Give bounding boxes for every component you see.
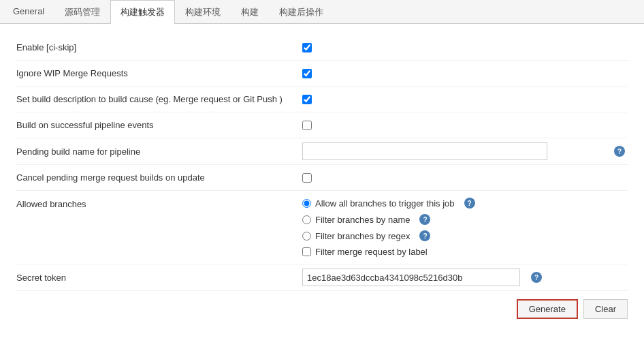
tab-source-mgmt[interactable]: 源码管理 <box>54 0 110 24</box>
tab-build-triggers[interactable]: 构建触发器 <box>110 0 175 24</box>
checkbox-pipeline-events[interactable] <box>302 121 312 130</box>
label-secret-token: Secret token <box>16 273 302 283</box>
row-wip-merge: Ignore WIP Merge Requests <box>16 61 628 87</box>
radio-filter-regex[interactable] <box>302 232 311 241</box>
row-cancel-pending: Cancel pending merge request builds on u… <box>16 165 628 191</box>
label-pending-build-name: Pending build name for pipeline <box>16 147 302 157</box>
checkbox-ci-skip[interactable] <box>302 43 312 52</box>
row-ci-skip: Enable [ci-skip] <box>16 35 628 61</box>
row-pipeline-events: Build on successful pipeline events <box>16 112 628 138</box>
control-ci-skip <box>302 43 628 52</box>
help-icon-secret-token[interactable]: ? <box>531 272 542 283</box>
row-pending-build-name: Pending build name for pipeline ? <box>16 138 628 165</box>
control-cancel-pending <box>302 173 628 183</box>
radio-allow-all[interactable] <box>302 199 311 208</box>
branch-option-filter-name: Filter branches by name ? <box>302 214 475 225</box>
help-icon-pending-build-name[interactable]: ? <box>614 146 625 157</box>
tab-post-build[interactable]: 构建后操作 <box>269 0 334 24</box>
radio-filter-name[interactable] <box>302 215 311 224</box>
branch-option-filter-label: Filter merge request by label <box>302 247 475 257</box>
input-pending-build-name[interactable] <box>302 142 547 160</box>
tab-general[interactable]: General <box>3 0 54 24</box>
tab-build[interactable]: 构建 <box>231 0 269 24</box>
checkbox-build-desc[interactable] <box>302 95 312 104</box>
branch-option-allow-all: Allow all branches to trigger this job ? <box>302 198 475 209</box>
row-build-desc: Set build description to build cause (eg… <box>16 87 628 112</box>
control-pipeline-events <box>302 121 628 130</box>
label-filter-label: Filter merge request by label <box>315 247 428 257</box>
clear-button[interactable]: Clear <box>583 299 628 319</box>
checkbox-wip-merge[interactable] <box>302 69 312 78</box>
content-area: Enable [ci-skip] Ignore WIP Merge Reques… <box>0 24 644 352</box>
control-pending-build-name: ? <box>302 142 628 160</box>
label-allow-all: Allow all branches to trigger this job <box>315 198 455 209</box>
help-icon-filter-regex[interactable]: ? <box>419 230 430 241</box>
label-cancel-pending: Cancel pending merge request builds on u… <box>16 172 302 183</box>
help-icon-filter-name[interactable]: ? <box>419 214 430 225</box>
branches-options: Allow all branches to trigger this job ?… <box>302 198 475 257</box>
label-pipeline-events: Build on successful pipeline events <box>16 120 302 130</box>
label-ci-skip: Enable [ci-skip] <box>16 42 302 52</box>
checkbox-filter-label[interactable] <box>302 247 311 256</box>
input-secret-token[interactable] <box>302 268 520 286</box>
label-filter-name: Filter branches by name <box>315 215 410 225</box>
generate-button[interactable]: Generate <box>517 299 578 319</box>
help-icon-allow-all[interactable]: ? <box>464 198 475 209</box>
tab-build-env[interactable]: 构建环境 <box>175 0 231 24</box>
row-secret-token: Secret token ? <box>16 264 628 291</box>
checkbox-cancel-pending[interactable] <box>302 173 312 183</box>
control-build-desc <box>302 95 628 104</box>
branch-option-filter-regex: Filter branches by regex ? <box>302 230 475 241</box>
label-allowed-branches: Allowed branches <box>16 198 302 209</box>
label-filter-regex: Filter branches by regex <box>315 231 410 241</box>
label-wip-merge: Ignore WIP Merge Requests <box>16 68 302 78</box>
control-secret-token: ? <box>302 268 542 286</box>
control-wip-merge <box>302 69 628 78</box>
row-allowed-branches: Allowed branches Allow all branches to t… <box>16 191 628 264</box>
buttons-row: Generate Clear <box>16 291 628 319</box>
label-build-desc: Set build description to build cause (eg… <box>16 94 302 104</box>
tab-bar: General 源码管理 构建触发器 构建环境 构建 构建后操作 <box>0 0 644 24</box>
